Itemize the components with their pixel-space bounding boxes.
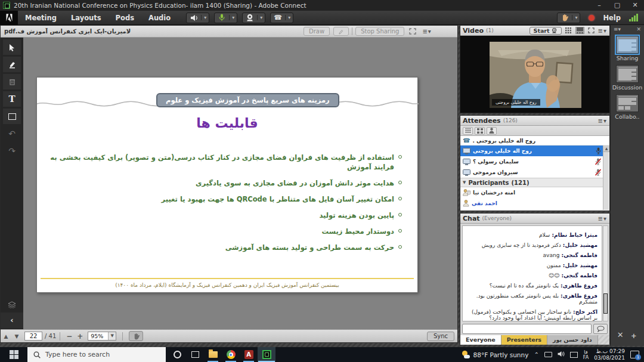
- chat-tab[interactable]: Everyone: [460, 335, 501, 345]
- weather-widget[interactable]: 88°F Partly sunny: [462, 351, 529, 358]
- attendees-pod-menu-icon[interactable]: [598, 117, 607, 124]
- microphone-caret-icon[interactable]: ▾: [229, 15, 237, 20]
- volume-icon[interactable]: [558, 351, 565, 358]
- menu-layouts[interactable]: Layouts: [64, 11, 109, 25]
- language-indicator[interactable]: فاFA: [583, 349, 589, 360]
- undo-icon[interactable]: ↶: [3, 126, 21, 141]
- webcam-feed[interactable]: روح اله خلیلی بروجنی: [490, 42, 581, 108]
- speaker-caret-icon[interactable]: ▾: [201, 15, 209, 20]
- webcam-button[interactable]: ▾: [242, 13, 265, 23]
- video-pod-menu-icon[interactable]: [598, 27, 607, 34]
- start-button[interactable]: [0, 347, 27, 362]
- attendee-status-icon[interactable]: [487, 127, 497, 135]
- connection-signal-icon[interactable]: [629, 14, 638, 21]
- breakout-view-icon[interactable]: [475, 127, 485, 135]
- zoom-select[interactable]: 95% ▼: [88, 332, 116, 341]
- chrome-icon[interactable]: [222, 347, 240, 362]
- fullscreen-icon[interactable]: [409, 28, 416, 35]
- video-fullscreen-icon[interactable]: [587, 27, 596, 34]
- layoutbar-close-icon[interactable]: ✕: [636, 26, 641, 32]
- participant-row[interactable]: احمد نقی: [460, 198, 603, 209]
- filmstrip-view-icon[interactable]: [575, 27, 584, 34]
- collapse-toolbar-icon[interactable]: ‹: [1, 313, 23, 328]
- start-webcam-button[interactable]: Start: [530, 27, 562, 35]
- touch-keyboard-icon[interactable]: [544, 352, 552, 357]
- attendee-row[interactable]: سلیمان رسولی ؟: [460, 156, 603, 167]
- menu-audio[interactable]: Audio: [141, 11, 178, 25]
- network-display-icon[interactable]: [570, 352, 578, 358]
- grid-view-icon[interactable]: [564, 27, 573, 34]
- marker-tool[interactable]: [3, 57, 21, 72]
- cortana-icon[interactable]: [168, 347, 186, 362]
- microphone-button[interactable]: ▾: [214, 13, 237, 23]
- layoutbar-menu-icon[interactable]: ≡▾: [614, 26, 621, 32]
- close-button[interactable]: ✕: [626, 0, 644, 11]
- page-down-icon[interactable]: ▼: [11, 333, 22, 339]
- microphone-active-icon[interactable]: [596, 146, 601, 157]
- layout-discussion-thumb[interactable]: [616, 65, 639, 83]
- status-button[interactable]: ▾: [557, 13, 580, 23]
- select-arrow-tool[interactable]: [3, 39, 21, 55]
- page-up-icon[interactable]: ▲: [1, 333, 11, 339]
- attendee-row[interactable]: روح اله خلیلی بروجنی: [460, 146, 603, 156]
- participants-group-header[interactable]: ▼ Participants (121): [460, 178, 603, 187]
- page-number-input[interactable]: 22: [24, 332, 42, 341]
- layout-sharing-thumb[interactable]: [616, 36, 639, 54]
- status-caret-icon[interactable]: ▾: [572, 15, 580, 20]
- chat-tab[interactable]: داود حسن پور: [547, 335, 598, 345]
- shape-tool[interactable]: [3, 109, 21, 124]
- file-explorer-icon[interactable]: [204, 347, 222, 362]
- attendees-scrollbar[interactable]: ▲: [603, 146, 609, 210]
- maximize-button[interactable]: ▢: [608, 0, 626, 11]
- layout-sharing-label[interactable]: Sharing: [611, 55, 644, 61]
- taskbar-clock[interactable]: 07:29 ب.ظ 03/08/2021: [594, 348, 625, 361]
- adobe-logo-icon[interactable]: [0, 11, 18, 25]
- chat-tab[interactable]: Presenters: [501, 335, 547, 345]
- video-pod-header: Video (1) Start: [460, 26, 609, 36]
- layers-icon[interactable]: [3, 297, 21, 313]
- task-view-icon[interactable]: [186, 347, 204, 362]
- webcam-caret-icon[interactable]: ▾: [257, 15, 265, 20]
- phone-caret-icon[interactable]: ▾: [285, 15, 293, 20]
- pan-tool-button[interactable]: [129, 331, 143, 341]
- delete-layout-icon[interactable]: ✕: [617, 330, 624, 341]
- delete-tool[interactable]: [3, 74, 21, 89]
- menu-pods[interactable]: Pods: [109, 11, 141, 25]
- add-layout-icon[interactable]: ＋: [630, 330, 637, 341]
- attendee-row[interactable]: سیروان مرموحی: [460, 167, 603, 178]
- layout-collaboration-label[interactable]: Collabo..: [611, 113, 644, 120]
- zoom-caret-icon[interactable]: ▼: [108, 332, 116, 340]
- zoom-in-icon[interactable]: +: [75, 332, 85, 341]
- hidden-icons-chevron[interactable]: ⌃: [534, 351, 538, 358]
- chat-pod-menu-icon[interactable]: [598, 215, 607, 222]
- notification-center-icon[interactable]: 1: [630, 351, 639, 358]
- taskbar-search[interactable]: Type here to search: [27, 347, 166, 362]
- sync-button[interactable]: Sync: [427, 332, 454, 341]
- chat-input[interactable]: [462, 324, 592, 334]
- access-app-icon[interactable]: A: [240, 347, 258, 362]
- menu-help[interactable]: Help: [603, 14, 621, 22]
- speaker-button[interactable]: ▾: [186, 13, 209, 23]
- draw-button[interactable]: Draw: [304, 27, 330, 36]
- layout-discussion-label[interactable]: Discussion: [611, 84, 644, 91]
- participant-row[interactable]: امنه درخشان نیا: [460, 187, 603, 198]
- collapse-triangle-icon[interactable]: ▼: [463, 180, 466, 185]
- zoom-out-icon[interactable]: −: [64, 332, 75, 341]
- redo-icon[interactable]: ↷: [3, 143, 21, 159]
- stop-sharing-button[interactable]: Stop Sharing: [355, 27, 404, 36]
- chat-message: فاطمه گنجی: avang: [466, 252, 597, 258]
- send-message-button[interactable]: [593, 324, 608, 334]
- list-view-icon[interactable]: [463, 127, 473, 135]
- phone-button[interactable]: ☎ ▾: [270, 13, 293, 23]
- adobe-connect-taskbar-icon[interactable]: [258, 347, 275, 362]
- scroll-up-icon[interactable]: ▲: [603, 146, 609, 152]
- text-tool[interactable]: T: [3, 91, 21, 107]
- participant-row[interactable]: [460, 209, 603, 211]
- pointer-tool-button[interactable]: [333, 27, 349, 36]
- menu-meeting[interactable]: Meeting: [18, 11, 64, 25]
- layout-collaboration-thumb[interactable]: [616, 94, 639, 112]
- chat-scrollbar[interactable]: [603, 225, 608, 321]
- share-pod-menu-icon[interactable]: [422, 28, 431, 35]
- host-display-icon: [463, 156, 470, 168]
- minimize-button[interactable]: –: [590, 0, 608, 11]
